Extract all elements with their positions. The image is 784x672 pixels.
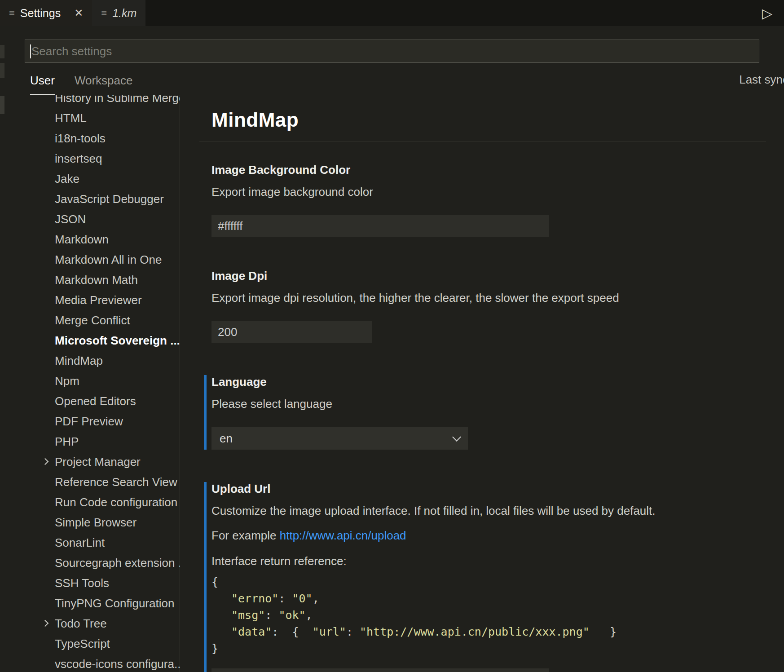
toc-item-label: Markdown Math <box>55 273 138 287</box>
settings-content: History in Sublime Merge HTML i18n-tools… <box>0 95 784 672</box>
toc-item[interactable]: SSH Tools <box>55 573 180 593</box>
toc-item[interactable]: History in Sublime Merge <box>55 95 180 108</box>
toc-item-label: Merge Conflict <box>55 314 130 327</box>
setting-name: Image Dpi <box>211 269 766 283</box>
tab-settings-label: Settings <box>20 7 61 20</box>
code-line: "errno": "0", <box>211 590 766 607</box>
code-token: "url" <box>313 625 346 638</box>
upload-url-input[interactable] <box>211 668 549 672</box>
code-token: "0" <box>292 592 312 605</box>
toc-item-label: SonarLint <box>55 536 105 549</box>
close-tab-icon[interactable]: ✕ <box>74 7 83 19</box>
code-token: "data" <box>231 625 272 638</box>
toc-item[interactable]: SonarLint <box>55 533 180 553</box>
toc-item-label: History in Sublime Merge <box>55 95 180 105</box>
page-title: MindMap <box>211 109 766 131</box>
search-input[interactable] <box>25 40 759 63</box>
setting-description: Export image background color <box>211 185 766 199</box>
file-icon: ≡ <box>101 7 107 19</box>
toc-item[interactable]: Npm <box>55 371 180 391</box>
toc-item[interactable]: Markdown All in One <box>55 250 180 270</box>
toc-item[interactable]: Merge Conflict <box>55 310 180 331</box>
code-token: : <box>278 592 292 605</box>
tab-user[interactable]: User <box>30 74 55 95</box>
reference-label: Interface return reference: <box>211 554 766 568</box>
toc-item[interactable]: HTML <box>55 108 180 128</box>
toc-item[interactable]: Jake <box>55 169 180 189</box>
toc-item[interactable]: Sourcegraph extension ... <box>55 553 180 573</box>
code-line: } <box>211 640 766 657</box>
toc-item-project-manager[interactable]: Project Manager <box>55 452 180 472</box>
settings-editor-icon: ≡ <box>9 7 15 19</box>
tab-bar: ≡ Settings ✕ ≡ 1.km ▷ <box>0 0 784 26</box>
toc-item[interactable]: Media Previewer <box>55 290 180 310</box>
code-token: "errno" <box>231 592 278 605</box>
tab-1km[interactable]: ≡ 1.km <box>92 0 145 26</box>
toc-item[interactable]: i18n-tools <box>55 128 180 149</box>
toc-item[interactable]: Simple Browser <box>55 513 180 533</box>
run-icon[interactable]: ▷ <box>762 5 772 21</box>
chevron-right-icon <box>42 458 49 465</box>
toc-item[interactable]: TinyPNG Configuration <box>55 593 180 614</box>
code-line: { <box>211 574 766 590</box>
toc-item[interactable]: Markdown Math <box>55 270 180 290</box>
example-link[interactable]: http://www.api.cn/upload <box>280 529 406 542</box>
toc-item[interactable]: Markdown <box>55 230 180 250</box>
toc-item-label: Reference Search View <box>55 475 177 489</box>
image-background-color-input[interactable] <box>211 215 549 237</box>
image-dpi-input[interactable] <box>211 321 372 343</box>
toc-item[interactable]: Reference Search View <box>55 472 180 492</box>
last-sync-label[interactable]: Last sync <box>739 73 784 87</box>
text-cursor <box>30 44 31 58</box>
toc-item-label: TinyPNG Configuration <box>55 597 174 610</box>
toc-item[interactable]: TypeScript <box>55 634 180 654</box>
search-bar <box>0 26 784 63</box>
toc-item-mindmap[interactable]: MindMap <box>55 351 180 371</box>
example-prefix: For example <box>211 529 280 542</box>
toc-item-label: Markdown <box>55 233 109 246</box>
toc-item-label: MindMap <box>55 354 103 367</box>
toc-item-label: JSON <box>55 212 86 226</box>
toc-item-label: i18n-tools <box>55 132 106 145</box>
code-token: "ok" <box>278 609 305 622</box>
setting-description: Please select language <box>211 397 766 411</box>
code-token: { <box>211 575 218 588</box>
toc-item-selected[interactable]: Microsoft Sovereign ... <box>55 331 180 351</box>
toc-item-label: Sourcegraph extension ... <box>55 556 180 570</box>
toc-item-todo-tree[interactable]: Todo Tree <box>55 614 180 634</box>
toc-item-label: SSH Tools <box>55 576 109 590</box>
language-select-value: en <box>220 432 233 446</box>
code-token: "http://www.api.cn/public/xxx.png" <box>360 625 590 638</box>
code-token: } <box>211 642 218 655</box>
toc-item[interactable]: vscode-icons configura... <box>55 654 180 672</box>
toc-item[interactable]: JSON <box>55 209 180 230</box>
toc-item-label: Media Previewer <box>55 293 142 307</box>
toc-item-label: Simple Browser <box>55 516 137 529</box>
code-token: , <box>313 592 319 605</box>
setting-name: Image Background Color <box>211 163 766 177</box>
language-select[interactable]: en <box>211 427 468 450</box>
example-line: For example http://www.api.cn/upload <box>211 529 766 543</box>
toc-item-label: insertseq <box>55 152 102 165</box>
toc-item-label: PDF Preview <box>55 415 123 428</box>
toc-item[interactable]: insertseq <box>55 149 180 169</box>
toc-item[interactable]: PHP <box>55 432 180 452</box>
setting-language: Language Please select language en <box>204 375 766 450</box>
setting-name: Language <box>211 375 766 389</box>
tab-settings[interactable]: ≡ Settings ✕ <box>0 0 92 26</box>
activity-bar-fragment <box>0 45 4 58</box>
toc-item[interactable]: Run Code configuration <box>55 492 180 513</box>
code-token: : <box>265 609 278 622</box>
toc-item-label: JavaScript Debugger <box>55 192 164 206</box>
code-line: "data": { "url": "http://www.api.cn/publ… <box>211 623 766 640</box>
toc-item-label: Run Code configuration <box>55 495 177 509</box>
setting-description: Customize the image upload interface. If… <box>211 504 766 518</box>
toc-item[interactable]: PDF Preview <box>55 411 180 432</box>
toc-item-label: Opened Editors <box>55 394 136 408</box>
toc-item-label: Microsoft Sovereign ... <box>55 334 180 347</box>
tab-workspace[interactable]: Workspace <box>75 74 133 95</box>
settings-scope-row: User Workspace Last sync <box>0 63 784 95</box>
toc-item[interactable]: Opened Editors <box>55 391 180 411</box>
toc-item[interactable]: JavaScript Debugger <box>55 189 180 209</box>
setting-name: Upload Url <box>211 482 766 496</box>
